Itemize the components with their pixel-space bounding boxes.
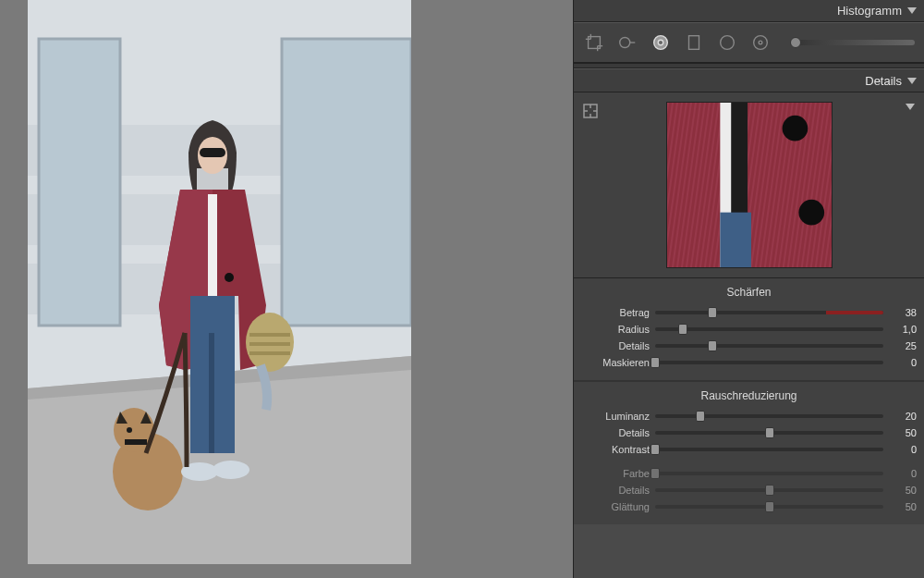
slider-value[interactable]: 0 xyxy=(889,468,917,479)
svg-rect-25 xyxy=(249,333,290,337)
svg-rect-36 xyxy=(689,36,699,50)
adjustment-brush-tool-icon[interactable] xyxy=(749,31,772,54)
radial-filter-tool-icon[interactable] xyxy=(716,31,738,54)
chevron-down-icon[interactable] xyxy=(906,104,915,110)
noise-reduction-group: Rauschreduzierung Luminanz 20 Details 50… xyxy=(574,382,924,524)
sharpen-detail-row: Details 25 xyxy=(581,338,917,354)
svg-rect-5 xyxy=(282,39,411,326)
sharpen-masking-slider[interactable] xyxy=(655,361,883,364)
histogram-title: Histogramm xyxy=(837,4,902,18)
slider-knob[interactable] xyxy=(790,37,801,48)
sharpen-detail-slider[interactable] xyxy=(655,344,883,348)
chevron-down-icon xyxy=(907,7,917,14)
noise-lum-contrast-slider[interactable] xyxy=(655,448,883,451)
slider-knob[interactable] xyxy=(765,485,774,496)
crop-tool-icon[interactable] xyxy=(583,31,605,54)
svg-rect-51 xyxy=(720,213,751,267)
svg-rect-13 xyxy=(125,439,147,445)
slider-knob[interactable] xyxy=(708,307,717,318)
svg-point-33 xyxy=(620,38,630,48)
detail-preview-thumbnail[interactable] xyxy=(666,102,833,268)
redeye-tool-icon[interactable] xyxy=(650,31,672,54)
noise-color-detail-slider[interactable] xyxy=(655,488,883,492)
noise-color-row: Farbe 0 xyxy=(581,465,917,482)
noise-color-smooth-row: Glättung 50 xyxy=(581,498,917,515)
slider-label: Kontrast xyxy=(581,444,650,455)
sharpen-masking-row: Maskieren 0 xyxy=(581,354,917,371)
slider-value[interactable]: 0 xyxy=(889,444,917,455)
slider-value[interactable]: 50 xyxy=(889,501,917,512)
slider-knob[interactable] xyxy=(765,501,774,512)
slider-label: Details xyxy=(581,427,650,438)
details-title: Details xyxy=(865,74,902,88)
right-panel: Histogramm Details xyxy=(573,0,924,578)
sharpen-amount-row: Betrag 38 xyxy=(581,304,917,321)
svg-rect-27 xyxy=(249,351,290,355)
svg-point-52 xyxy=(782,116,808,141)
slider-label: Details xyxy=(581,340,650,351)
slider-label: Farbe xyxy=(581,468,650,479)
svg-point-18 xyxy=(225,273,234,282)
svg-point-35 xyxy=(658,40,663,45)
slider-label: Radius xyxy=(581,324,650,335)
slider-value[interactable]: 25 xyxy=(889,340,917,351)
slider-label: Betrag xyxy=(581,307,650,318)
slider-knob[interactable] xyxy=(650,444,660,455)
svg-rect-17 xyxy=(208,194,217,305)
main-photo[interactable] xyxy=(28,0,411,564)
slider-value[interactable]: 38 xyxy=(889,307,917,318)
svg-point-23 xyxy=(213,461,249,479)
svg-rect-28 xyxy=(589,37,601,49)
slider-value[interactable]: 50 xyxy=(889,427,917,438)
graduated-filter-tool-icon[interactable] xyxy=(683,31,705,54)
svg-rect-4 xyxy=(39,39,120,326)
sharpen-radius-slider[interactable] xyxy=(655,327,883,331)
slider-knob[interactable] xyxy=(708,340,717,351)
detail-preview-area xyxy=(574,92,924,278)
slider-knob[interactable] xyxy=(696,411,705,422)
slider-knob[interactable] xyxy=(650,468,660,479)
sharpen-amount-slider[interactable] xyxy=(655,311,883,314)
slider-knob[interactable] xyxy=(678,324,687,335)
svg-point-12 xyxy=(127,427,132,433)
slider-value[interactable]: 20 xyxy=(889,411,917,422)
noise-luminance-row: Luminanz 20 xyxy=(581,408,917,424)
sharpen-group: Schärfen Betrag 38 Radius 1,0 Details 25… xyxy=(574,278,924,380)
noise-luminance-slider[interactable] xyxy=(655,414,883,418)
slider-label: Maskieren xyxy=(581,357,650,368)
slider-value[interactable]: 0 xyxy=(889,357,917,368)
details-header[interactable]: Details xyxy=(574,68,924,92)
noise-color-detail-row: Details 50 xyxy=(581,482,917,498)
sharpen-radius-row: Radius 1,0 xyxy=(581,321,917,338)
svg-rect-21 xyxy=(209,333,214,453)
noise-lum-contrast-row: Kontrast 0 xyxy=(581,441,917,458)
slider-knob[interactable] xyxy=(650,357,660,368)
slider-label: Luminanz xyxy=(581,411,650,422)
slider-value[interactable]: 50 xyxy=(889,485,917,496)
svg-rect-50 xyxy=(731,103,748,230)
sharpen-title: Schärfen xyxy=(581,286,917,299)
slider-label: Glättung xyxy=(581,501,650,512)
noise-lum-detail-slider[interactable] xyxy=(655,431,883,435)
noise-title: Rauschreduzierung xyxy=(581,389,917,402)
chevron-down-icon xyxy=(907,78,917,84)
slider-value[interactable]: 1,0 xyxy=(889,324,917,335)
svg-point-53 xyxy=(798,200,824,226)
svg-rect-26 xyxy=(249,342,290,346)
svg-point-37 xyxy=(721,36,735,50)
spot-removal-tool-icon[interactable] xyxy=(616,31,638,54)
toolbar-exposure-slider[interactable] xyxy=(790,40,915,45)
canvas-area[interactable] xyxy=(0,0,573,578)
svg-rect-16 xyxy=(200,148,225,157)
svg-point-39 xyxy=(759,41,762,44)
tool-strip xyxy=(574,22,924,63)
noise-color-slider[interactable] xyxy=(655,472,883,475)
slider-label: Details xyxy=(581,485,650,496)
slider-knob[interactable] xyxy=(765,427,774,438)
histogram-header[interactable]: Histogramm xyxy=(574,0,924,22)
noise-color-smooth-slider[interactable] xyxy=(655,505,883,509)
svg-point-38 xyxy=(754,36,768,50)
noise-lum-detail-row: Details 50 xyxy=(581,424,917,441)
preview-target-icon[interactable] xyxy=(583,104,598,118)
